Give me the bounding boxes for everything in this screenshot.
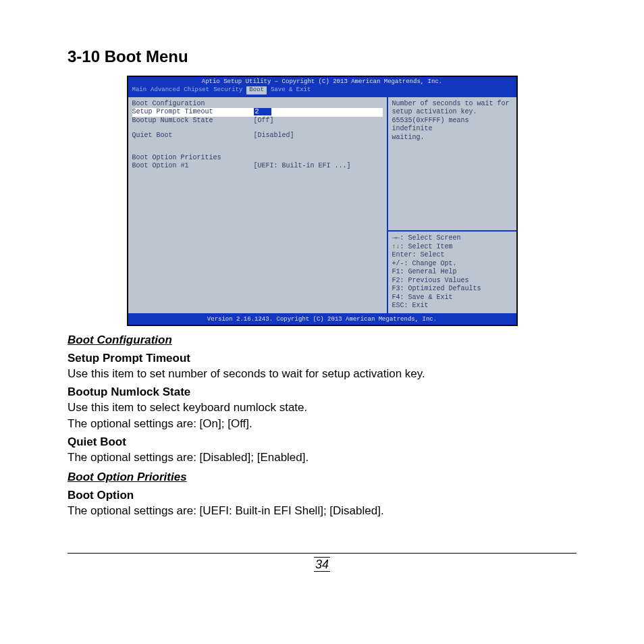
- bios-right-pane: Number of seconds to wait for setup acti…: [388, 97, 516, 313]
- row-setup-prompt-timeout[interactable]: Setup Prompt Timeout 2: [132, 108, 383, 117]
- key-hint: ↑↓: Select Item: [392, 243, 512, 252]
- label-boot-option-1: Boot Option #1: [132, 162, 254, 171]
- row-bootup-numlock-state[interactable]: Bootup NumLock State [Off]: [132, 117, 383, 126]
- item-desc: Use this item to select keyboard numlock…: [68, 400, 576, 416]
- help-line: Number of seconds to wait for: [392, 100, 512, 109]
- tab-chipset[interactable]: Chipset: [184, 86, 209, 94]
- row-quiet-boot[interactable]: Quiet Boot [Disabled]: [132, 132, 383, 140]
- item-title-bootup-numlock-state: Bootup Numlock State: [68, 385, 576, 400]
- value-quiet-boot: [Disabled]: [254, 132, 294, 140]
- item-title-setup-prompt-timeout: Setup Prompt Timeout: [68, 351, 576, 367]
- group-boot-configuration: Boot Configuration: [132, 100, 383, 109]
- tab-save-exit[interactable]: Save & Exit: [271, 86, 311, 94]
- tab-main[interactable]: Main: [132, 86, 147, 94]
- subheading-boot-option-priorities: Boot Option Priorities: [68, 470, 576, 485]
- bios-left-pane: Boot Configuration Setup Prompt Timeout …: [128, 97, 388, 313]
- item-title-quiet-boot: Quiet Boot: [68, 435, 576, 450]
- tab-security[interactable]: Security: [213, 86, 242, 94]
- section-title: 3-10 Boot Menu: [68, 47, 576, 66]
- key-hint: F1: General Help: [392, 268, 512, 277]
- item-desc: The optional settings are: [UEFI: Built-…: [68, 504, 576, 519]
- group-boot-option-priorities: Boot Option Priorities: [132, 154, 383, 163]
- bios-footer: Version 2.16.1243. Copyright (C) 2013 Am…: [128, 315, 516, 325]
- help-line: 65535(0xFFFF) means indefinite: [392, 117, 512, 134]
- item-desc: The optional settings are: [Disabled]; […: [68, 450, 576, 466]
- help-line: waiting.: [392, 134, 512, 142]
- tab-boot[interactable]: Boot: [246, 86, 267, 94]
- page-number: 34: [68, 558, 576, 572]
- page-divider: [68, 553, 576, 554]
- key-hint: F2: Previous Values: [392, 277, 512, 286]
- bios-tab-bar: Main Advanced Chipset Security Boot Save…: [128, 86, 516, 95]
- key-hint: Enter: Select: [392, 251, 512, 260]
- label-setup-prompt-timeout: Setup Prompt Timeout: [132, 108, 254, 117]
- item-desc: Use this item to set number of seconds t…: [68, 367, 576, 382]
- value-bootup-numlock: [Off]: [254, 117, 274, 126]
- bios-header: Aptio Setup Utility – Copyright (C) 2013…: [128, 77, 516, 86]
- label-quiet-boot: Quiet Boot: [132, 132, 254, 140]
- label-bootup-numlock: Bootup NumLock State: [132, 117, 254, 126]
- value-boot-option-1: [UEFI: Built-in EFI ...]: [254, 162, 351, 171]
- key-hint: +/-: Change Opt.: [392, 260, 512, 269]
- key-hint: →←: Select Screen: [392, 234, 512, 243]
- key-hint: F3: Optimized Defaults: [392, 285, 512, 294]
- bios-keys-pane: →←: Select Screen ↑↓: Select Item Enter:…: [388, 232, 516, 313]
- document-body: Boot Configuration Setup Prompt Timeout …: [68, 333, 576, 519]
- value-setup-prompt-timeout[interactable]: 2: [254, 108, 271, 115]
- row-boot-option-1[interactable]: Boot Option #1 [UEFI: Built-in EFI ...]: [132, 162, 383, 171]
- item-desc: The optional settings are: [On]; [Off].: [68, 417, 576, 432]
- item-title-boot-option: Boot Option: [68, 488, 576, 504]
- subheading-boot-configuration: Boot Configuration: [68, 333, 576, 348]
- bios-help-pane: Number of seconds to wait for setup acti…: [388, 97, 516, 232]
- tab-advanced[interactable]: Advanced: [151, 86, 180, 94]
- help-line: setup activation key.: [392, 108, 512, 117]
- key-hint: F4: Save & Exit: [392, 294, 512, 302]
- key-hint: ESC: Exit: [392, 302, 512, 311]
- bios-screenshot: Aptio Setup Utility – Copyright (C) 2013…: [127, 76, 518, 326]
